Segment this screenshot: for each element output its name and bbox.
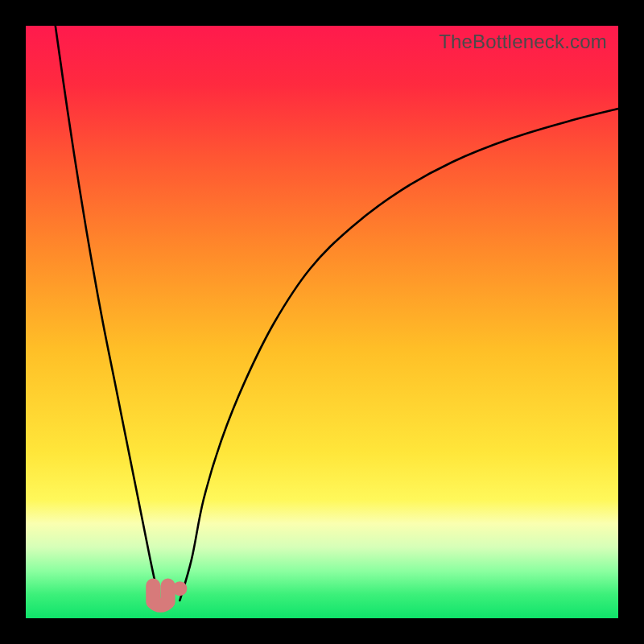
curve-left-branch: [56, 26, 159, 601]
marker-left-bump: [153, 586, 167, 605]
curve-layer: [26, 26, 618, 618]
plot-area: TheBottleneck.com: [26, 26, 618, 618]
curve-right-branch: [180, 109, 618, 601]
site-watermark: TheBottleneck.com: [439, 31, 607, 53]
marker-right-dot: [172, 581, 187, 596]
outer-frame: TheBottleneck.com: [0, 0, 644, 644]
